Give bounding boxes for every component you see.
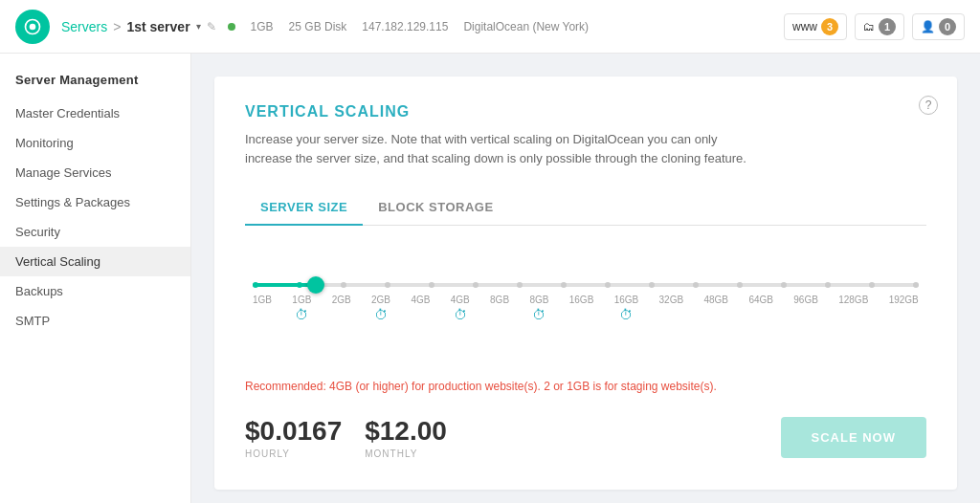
breadcrumb: Servers > 1st server ▾ ✎ <box>61 19 216 34</box>
slider-dot-12 <box>781 282 787 288</box>
slider-dot-9 <box>649 282 655 288</box>
server-provider: DigitalOcean (New York) <box>463 20 589 33</box>
slider-label-14: 128GB <box>838 295 868 322</box>
sidebar-item-security[interactable]: Security <box>0 217 190 247</box>
slider-label-2: 2GB <box>332 295 351 322</box>
slider-dot-0 <box>253 282 258 288</box>
slider-dot-15 <box>913 282 919 288</box>
topbar: Servers > 1st server ▾ ✎ 1GB 25 GB Disk … <box>0 0 980 54</box>
slider-labels: 1GB 1GB ⏱ 2GB 2GB ⏱ <box>253 295 919 322</box>
hourly-amount: $0.0167 <box>245 416 342 447</box>
slider-label-7: 8GB ⏱ <box>529 295 548 322</box>
www-badge-label: www <box>792 20 817 33</box>
slider-label-12: 64GB <box>748 295 773 322</box>
sidebar-item-backups[interactable]: Backups <box>0 276 190 306</box>
current-server: 1st server <box>126 19 189 34</box>
slider-track-container: 1GB 1GB ⏱ 2GB 2GB ⏱ <box>253 283 919 368</box>
breadcrumb-separator: > <box>113 19 121 34</box>
www-badge-count: 3 <box>821 18 838 35</box>
slider-dot-6 <box>517 282 523 288</box>
server-ram: 1GB <box>251 20 274 33</box>
server-dropdown-icon[interactable]: ▾ <box>196 21 201 32</box>
slider-dot-8 <box>605 282 611 288</box>
edit-server-icon[interactable]: ✎ <box>207 20 216 33</box>
users-badge-count: 0 <box>939 18 956 35</box>
users-badge[interactable]: 👤 0 <box>912 13 965 40</box>
sidebar-item-monitoring[interactable]: Monitoring <box>0 128 190 158</box>
recommendation-text: Recommended: 4GB (or higher) for product… <box>245 380 926 393</box>
servers-link[interactable]: Servers <box>61 19 107 34</box>
slider-label-9: 16GB ⏱ <box>614 295 639 322</box>
slider-dot-10 <box>693 282 699 288</box>
slider-dot-14 <box>869 282 875 288</box>
sidebar-item-smtp[interactable]: SMTP <box>0 306 190 336</box>
sidebar-item-master-credentials[interactable]: Master Credentials <box>0 98 190 128</box>
tab-block-storage[interactable]: BLOCK STORAGE <box>363 190 508 226</box>
slider-dot-5 <box>473 282 479 288</box>
server-ip: 147.182.129.115 <box>362 20 448 33</box>
clock-icon-1: ⏱ <box>374 307 388 322</box>
slider-label-3: 2GB ⏱ <box>371 295 390 322</box>
sidebar: Server Management Master Credentials Mon… <box>0 54 191 503</box>
www-badge[interactable]: www 3 <box>784 13 847 40</box>
clock-icon-0: ⏱ <box>295 307 308 322</box>
slider-track[interactable] <box>253 283 919 287</box>
slider-dot-3 <box>385 282 390 288</box>
monthly-price: $12.00 MONTHLY <box>365 416 447 459</box>
monthly-amount: $12.00 <box>365 416 447 447</box>
layout: Server Management Master Credentials Mon… <box>0 54 980 503</box>
slider-label-5: 4GB ⏱ <box>451 295 470 322</box>
slider-label-4: 4GB <box>411 295 430 322</box>
slider-section: 1GB 1GB ⏱ 2GB 2GB ⏱ <box>245 256 926 376</box>
scale-now-button[interactable]: SCALE NOW <box>781 417 926 458</box>
slider-dot-13 <box>825 282 831 288</box>
sidebar-item-vertical-scaling[interactable]: Vertical Scaling <box>0 247 190 276</box>
slider-thumb[interactable] <box>307 276 324 294</box>
slider-dot-2 <box>341 282 346 288</box>
slider-label-8: 16GB <box>569 295 594 322</box>
help-button[interactable]: ? <box>919 96 938 115</box>
files-badge-icon: 🗂 <box>863 20 875 33</box>
slider-dot-1 <box>297 282 302 288</box>
hourly-label: HOURLY <box>245 448 342 459</box>
tab-server-size[interactable]: SERVER SIZE <box>245 190 363 226</box>
slider-dot-4 <box>429 282 434 288</box>
files-badge[interactable]: 🗂 1 <box>855 13 904 40</box>
monthly-label: MONTHLY <box>365 448 447 459</box>
slider-dot-11 <box>737 282 743 288</box>
files-badge-count: 1 <box>879 18 896 35</box>
slider-label-11: 48GB <box>703 295 728 322</box>
clock-icon-4: ⏱ <box>619 307 633 322</box>
topbar-right: www 3 🗂 1 👤 0 <box>784 13 965 40</box>
clock-icon-3: ⏱ <box>532 307 546 322</box>
slider-label-6: 8GB <box>490 295 509 322</box>
pricing-row: $0.0167 HOURLY $12.00 MONTHLY SCALE NOW <box>245 416 926 459</box>
tabs: SERVER SIZE BLOCK STORAGE <box>245 190 926 226</box>
main-content: ? VERTICAL SCALING Increase your server … <box>191 54 980 503</box>
server-disk: 25 GB Disk <box>289 20 347 33</box>
app-logo[interactable] <box>15 10 50 44</box>
status-dot <box>228 23 235 31</box>
users-badge-icon: 👤 <box>921 20 935 33</box>
slider-dot-7 <box>561 282 567 288</box>
sidebar-section-title: Server Management <box>0 73 190 98</box>
slider-label-15: 192GB <box>889 295 919 322</box>
section-description: Increase your server size. Note that wit… <box>245 130 762 167</box>
slider-label-10: 32GB <box>659 295 684 322</box>
svg-point-1 <box>30 23 36 30</box>
section-title: VERTICAL SCALING <box>245 103 926 120</box>
sidebar-item-settings-packages[interactable]: Settings & Packages <box>0 187 190 217</box>
slider-label-0: 1GB <box>253 295 272 322</box>
slider-label-13: 96GB <box>793 295 818 322</box>
slider-dots <box>253 282 919 288</box>
sidebar-item-manage-services[interactable]: Manage Services <box>0 158 190 187</box>
content-card: ? VERTICAL SCALING Increase your server … <box>214 77 957 490</box>
slider-label-1: 1GB ⏱ <box>292 295 311 322</box>
clock-icon-2: ⏱ <box>454 307 467 322</box>
hourly-price: $0.0167 HOURLY <box>245 416 342 459</box>
server-meta: 1GB 25 GB Disk 147.182.129.115 DigitalOc… <box>228 20 590 33</box>
